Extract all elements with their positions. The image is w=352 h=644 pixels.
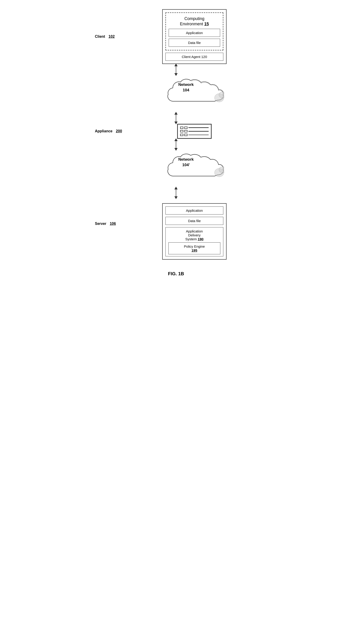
diagram: Client 102 Computing Environment 15 Appl… (93, 9, 259, 276)
arrow-body-4 (176, 190, 176, 196)
arrow-body-1 (176, 66, 176, 73)
server-label: Server 106 (93, 203, 129, 226)
client-row: Client 102 Computing Environment 15 Appl… (93, 9, 259, 64)
svg-point-3 (219, 167, 224, 172)
appliance-row: Appliance 200 (93, 124, 259, 139)
appliance-center (129, 124, 259, 139)
application-box-client: Application (169, 29, 220, 37)
double-arrow-3 (175, 138, 177, 151)
policy-engine-box: Policy Engine 195 (169, 242, 220, 254)
ads-title: Application Delivery System 190 (169, 229, 220, 241)
network2-center: Network 104' (129, 150, 259, 187)
double-arrow-1 (175, 64, 177, 76)
network1-cloud: Network 104 (165, 76, 224, 112)
double-arrow-4 (175, 187, 177, 199)
figure-caption: FIG. 1B (168, 271, 184, 276)
client-agent-box: Client Agent 120 (166, 53, 223, 61)
network2-cloud: Network 104' (165, 150, 224, 187)
server-row: Server 106 Application Data file Applica… (93, 199, 259, 260)
rack-line (188, 135, 209, 135)
data-file-box-server: Data file (166, 217, 223, 225)
network2-row: Network 104' (93, 150, 259, 187)
appliance-label: Appliance 200 (93, 129, 129, 133)
network1-row: Network 104 (93, 76, 259, 112)
rack-slot (180, 134, 183, 136)
appliance-icon (177, 124, 212, 139)
application-box-server: Application (166, 206, 223, 214)
rack-row-2 (180, 130, 209, 133)
network1-center: Network 104 (129, 76, 259, 112)
arrow-network1-to-appliance (93, 112, 259, 124)
computing-env-box: Computing Environment 15 Application Dat… (162, 9, 226, 64)
client-label: Client 102 (93, 34, 129, 39)
computing-env-title: Computing Environment 15 (169, 16, 220, 27)
rack-slot (184, 126, 187, 129)
computing-env-inner: Computing Environment 15 Application Dat… (166, 12, 223, 50)
rack-row-1 (180, 126, 209, 129)
rack-slot (184, 134, 187, 136)
arrow-network2-to-server (93, 187, 259, 199)
arrow-body-2 (176, 114, 176, 122)
server-box: Application Data file Application Delive… (162, 203, 226, 260)
rack-slot (184, 130, 187, 132)
arrow-client-to-network1 (93, 64, 259, 76)
server-center: Application Data file Application Delive… (129, 203, 259, 260)
rack-line (188, 127, 209, 128)
rack-slot (180, 130, 183, 132)
data-file-box-client: Data file (169, 39, 220, 47)
double-arrow-2 (175, 112, 177, 124)
svg-point-1 (219, 92, 224, 98)
ads-outer-box: Application Delivery System 190 Policy E… (166, 227, 223, 256)
cloud-svg-1 (165, 76, 224, 112)
arrow-appliance-to-network2 (93, 139, 259, 150)
rack-row-3 (180, 133, 209, 136)
client-center: Computing Environment 15 Application Dat… (129, 9, 259, 64)
network1-cloud-label: Network 104 (178, 82, 194, 93)
rack-line (188, 131, 209, 132)
arrow-body-3 (176, 141, 176, 148)
network2-cloud-label: Network 104' (178, 157, 194, 168)
rack-slot (180, 126, 183, 129)
cloud-svg-2 (165, 151, 224, 186)
